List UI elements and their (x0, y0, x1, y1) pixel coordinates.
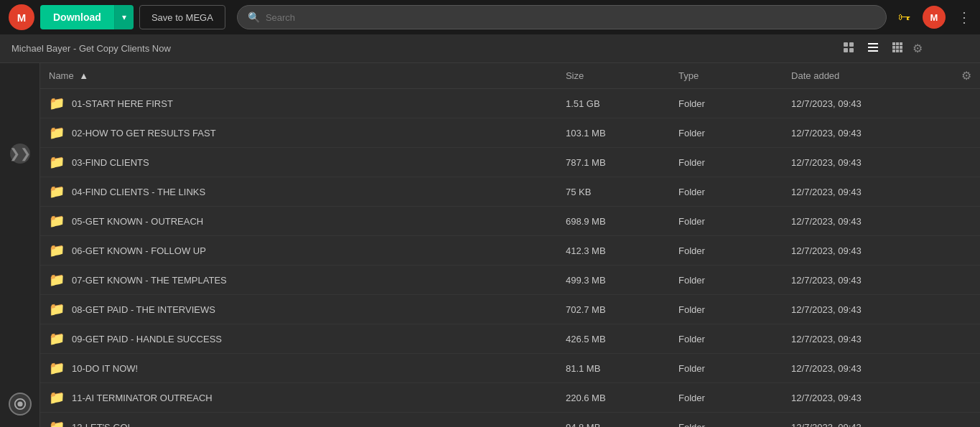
file-row-settings (952, 207, 980, 236)
file-name[interactable]: 08-GET PAID - THE INTERVIEWS (72, 304, 215, 315)
folder-icon: 📁 (49, 125, 65, 141)
col-header-settings[interactable]: ⚙ (952, 63, 980, 89)
search-input[interactable] (266, 12, 876, 23)
table-row[interactable]: 📁 10-DO IT NOW! 81.1 MB Folder 12/7/2023… (40, 354, 980, 383)
folder-icon: 📁 (49, 213, 65, 229)
svg-rect-4 (868, 43, 878, 44)
save-to-mega-button[interactable]: Save to MEGA (139, 5, 225, 29)
file-name[interactable]: 07-GET KNOWN - THE TEMPLATES (72, 275, 227, 286)
file-size: 702.7 MB (557, 295, 670, 324)
col-header-size[interactable]: Size (557, 63, 670, 89)
file-name-cell: 📁 11-AI TERMINATOR OUTREACH (40, 383, 557, 413)
table-row[interactable]: 📁 11-AI TERMINATOR OUTREACH 220.6 MB Fol… (40, 383, 980, 413)
table-header-row: Name ▲ Size Type Date added ⚙ (40, 63, 980, 89)
table-row[interactable]: 📁 04-FIND CLIENTS - THE LINKS 75 KB Fold… (40, 177, 980, 207)
search-icon: 🔍 (248, 11, 260, 23)
folder-icon: 📁 (49, 272, 65, 288)
file-name-cell: 📁 03-FIND CLIENTS (40, 148, 557, 177)
file-row-settings (952, 118, 980, 148)
table-row[interactable]: 📁 05-GET KNOWN - OUTREACH 698.9 MB Folde… (40, 207, 980, 236)
file-date: 12/7/2023, 09:43 (783, 207, 952, 236)
svg-rect-14 (896, 50, 899, 52)
svg-rect-2 (844, 48, 848, 52)
file-name[interactable]: 01-START HERE FIRST (72, 98, 173, 109)
table-row[interactable]: 📁 07-GET KNOWN - THE TEMPLATES 499.3 MB … (40, 266, 980, 295)
settings-gear-icon[interactable]: ⚙ (913, 42, 923, 55)
file-type: Folder (670, 89, 783, 118)
avatar[interactable]: M (923, 6, 946, 29)
folder-icon: 📁 (49, 301, 65, 317)
file-size: 220.6 MB (557, 383, 670, 413)
file-size: 499.3 MB (557, 266, 670, 295)
folder-icon: 📁 (49, 243, 65, 258)
file-name[interactable]: 04-FIND CLIENTS - THE LINKS (72, 187, 205, 197)
folder-icon: 📁 (49, 390, 65, 405)
more-icon[interactable]: ⋮ (957, 9, 971, 26)
file-type: Folder (670, 207, 783, 236)
file-type: Folder (670, 354, 783, 383)
file-name[interactable]: 09-GET PAID - HANDLE SUCCESS (72, 334, 222, 344)
file-name-cell: 📁 07-GET KNOWN - THE TEMPLATES (40, 266, 557, 295)
file-name[interactable]: 12-LET'S GO! (72, 422, 130, 428)
file-row-settings (952, 148, 980, 177)
folder-icon: 📁 (49, 95, 65, 111)
file-name[interactable]: 02-HOW TO GET RESULTS FAST (72, 128, 216, 139)
col-header-name[interactable]: Name ▲ (40, 63, 557, 89)
sidebar-toggle: ❯❯ (0, 63, 40, 427)
file-name[interactable]: 03-FIND CLIENTS (72, 157, 149, 168)
file-type: Folder (670, 177, 783, 207)
table-row[interactable]: 📁 01-START HERE FIRST 1.51 GB Folder 12/… (40, 89, 980, 118)
file-size: 698.9 MB (557, 207, 670, 236)
file-name-cell: 📁 12-LET'S GO! (40, 413, 557, 428)
table-row[interactable]: 📁 09-GET PAID - HANDLE SUCCESS 426.5 MB … (40, 324, 980, 354)
file-type: Folder (670, 118, 783, 148)
table-row[interactable]: 📁 06-GET KNOWN - FOLLOW UP 412.3 MB Fold… (40, 236, 980, 266)
file-name[interactable]: 10-DO IT NOW! (72, 363, 138, 374)
svg-rect-9 (900, 42, 902, 45)
file-type: Folder (670, 236, 783, 266)
table-settings-gear-icon[interactable]: ⚙ (961, 70, 971, 82)
file-name-cell: 📁 10-DO IT NOW! (40, 354, 557, 383)
svg-rect-3 (849, 48, 854, 52)
col-header-type[interactable]: Type (670, 63, 783, 89)
svg-rect-1 (849, 42, 854, 47)
folder-icon: 📁 (49, 419, 65, 427)
file-row-settings (952, 324, 980, 354)
file-name[interactable]: 05-GET KNOWN - OUTREACH (72, 216, 203, 227)
file-name-cell: 📁 04-FIND CLIENTS - THE LINKS (40, 177, 557, 207)
sidebar-toggle-button[interactable]: ❯❯ (10, 144, 30, 164)
folder-icon: 📁 (49, 331, 65, 347)
view-icons: ⚙ (839, 39, 923, 58)
col-header-date[interactable]: Date added (783, 63, 952, 89)
svg-rect-6 (868, 50, 878, 52)
file-row-settings (952, 266, 980, 295)
download-button[interactable]: Download (40, 5, 114, 29)
file-size: 81.1 MB (557, 354, 670, 383)
file-row-settings (952, 236, 980, 266)
download-dropdown-button[interactable]: ▾ (114, 5, 134, 29)
file-name[interactable]: 11-AI TERMINATOR OUTREACH (72, 393, 213, 403)
svg-rect-11 (896, 46, 899, 49)
file-row-settings (952, 354, 980, 383)
svg-rect-8 (896, 42, 899, 45)
file-type: Folder (670, 266, 783, 295)
grid-view-button[interactable] (839, 39, 858, 58)
table-row[interactable]: 📁 03-FIND CLIENTS 787.1 MB Folder 12/7/2… (40, 148, 980, 177)
tile-view-button[interactable] (888, 39, 907, 58)
file-date: 12/7/2023, 09:43 (783, 118, 952, 148)
file-row-settings (952, 89, 980, 118)
file-name-cell: 📁 09-GET PAID - HANDLE SUCCESS (40, 324, 557, 354)
list-view-button[interactable] (864, 39, 882, 58)
table-row[interactable]: 📁 02-HOW TO GET RESULTS FAST 103.1 MB Fo… (40, 118, 980, 148)
topbar-right: 🗝 M ⋮ (898, 6, 971, 29)
file-name[interactable]: 06-GET KNOWN - FOLLOW UP (72, 245, 206, 256)
svg-rect-0 (844, 42, 848, 47)
table-row[interactable]: 📁 12-LET'S GO! 94.8 MB Folder 12/7/2023,… (40, 413, 980, 428)
main-content: ❯❯ Name ▲ Size Type Date added (0, 63, 980, 427)
table-row[interactable]: 📁 08-GET PAID - THE INTERVIEWS 702.7 MB … (40, 295, 980, 324)
svg-rect-15 (900, 50, 902, 52)
file-row-settings (952, 413, 980, 428)
breadcrumb: Michael Bayer - Get Copy Clients Now (11, 43, 171, 54)
breadcrumb-bar: Michael Bayer - Get Copy Clients Now ⚙ (0, 34, 980, 63)
file-date: 12/7/2023, 09:43 (783, 413, 952, 428)
